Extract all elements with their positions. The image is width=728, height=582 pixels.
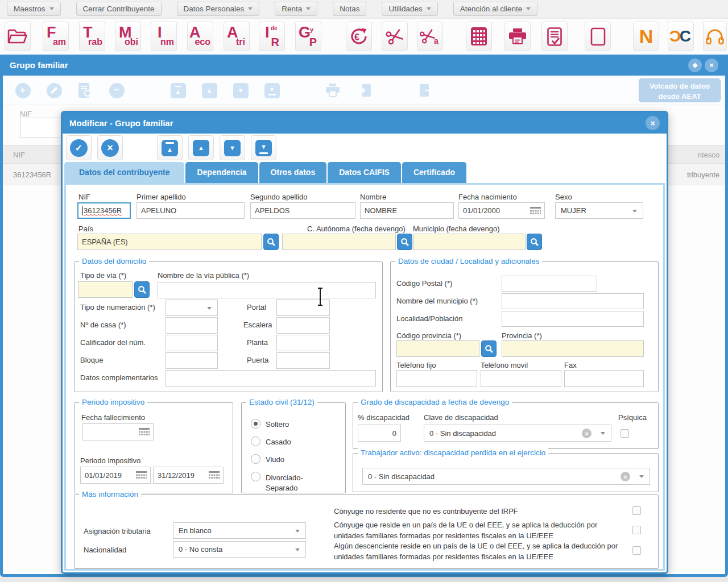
cortar-anexo-button[interactable]: a (417, 22, 443, 51)
planta-input[interactable] (276, 335, 330, 351)
clave-discapacidad-select[interactable]: 0 - Sin discapacidad × (424, 425, 611, 442)
primer-apellido-input[interactable]: APELUNO (136, 202, 245, 219)
radio-soltero[interactable] (251, 419, 260, 429)
familia-button[interactable]: Fam (43, 22, 69, 51)
last-record-button[interactable]: ▼ (259, 80, 285, 101)
nombre-via-input[interactable] (158, 282, 376, 298)
psiquica-checkbox[interactable] (621, 429, 629, 438)
clear-icon[interactable]: × (582, 429, 592, 438)
puerta-input[interactable] (276, 352, 330, 369)
provincia-input[interactable] (502, 340, 644, 357)
volcado-aeat-button[interactable]: Volcado de datos desde AEAT (639, 78, 721, 102)
radio-viudo[interactable] (251, 454, 260, 464)
telefono-fijo-input[interactable] (396, 370, 477, 387)
cancel-button[interactable]: × (97, 135, 123, 160)
view-record-button[interactable] (72, 80, 98, 101)
window-titlebar[interactable]: Grupo familiar ◆ × (3, 55, 725, 76)
codigo-postal-input[interactable] (502, 276, 597, 292)
comunidad-autonoma-search-button[interactable] (397, 234, 412, 250)
menu-datos-personales[interactable]: Datos Personales (177, 2, 260, 16)
menu-cerrar-contribuyente[interactable]: Cerrar Contribuyente (76, 2, 162, 16)
clear-icon[interactable]: × (621, 472, 630, 481)
first-record-button[interactable]: ▲ (165, 80, 191, 101)
act-economicas-button[interactable]: Aeco (187, 22, 213, 51)
close-icon[interactable]: × (646, 116, 660, 130)
print-list-button[interactable] (320, 80, 346, 101)
nacionalidad-select[interactable]: 0 - No consta (173, 541, 306, 558)
trabajo-button[interactable]: Trab (79, 22, 105, 51)
localidad-input[interactable] (502, 311, 644, 327)
previous-record-button[interactable]: ▲ (188, 135, 214, 160)
fax-input[interactable] (564, 370, 644, 387)
maximize-icon[interactable]: ◆ (688, 59, 702, 72)
imprimir-button[interactable] (504, 22, 531, 51)
delete-button[interactable]: − (104, 80, 130, 101)
nombre-municipio-input[interactable] (502, 293, 644, 309)
conyuge-no-residente-checkbox[interactable] (632, 506, 641, 515)
periodo-desde-input[interactable]: 01/01/2019 (80, 467, 151, 484)
datos-complementarios-input[interactable] (166, 370, 376, 386)
trabajador-discapacidad-select[interactable]: 0 - Sin discapacidad × (362, 468, 650, 485)
tab-datos-del-contribuyente[interactable]: Datos del contribuyente (64, 162, 184, 183)
codigo-provincia-input[interactable] (396, 340, 479, 357)
fecha-nacimiento-input[interactable]: 01/01/2000 (458, 202, 545, 219)
export-excel-button[interactable] (351, 80, 377, 101)
normativa-button[interactable]: N (633, 22, 659, 51)
conyuge-ue-checkbox[interactable] (632, 526, 641, 534)
comunidad-autonoma-input[interactable] (282, 234, 396, 250)
calendar-icon[interactable] (208, 471, 220, 480)
edit-button[interactable] (41, 80, 67, 101)
asignacion-tributaria-select[interactable]: En blanco (173, 522, 306, 539)
export-file-button[interactable] (413, 80, 440, 101)
menu-notas[interactable]: Notas (333, 2, 366, 16)
bloque-input[interactable] (166, 352, 218, 369)
menu-atencion-cliente[interactable]: Atención al cliente (453, 2, 538, 16)
numero-casa-input[interactable] (166, 317, 218, 334)
escalera-input[interactable] (276, 317, 330, 334)
first-record-button[interactable]: ▲ (157, 135, 183, 160)
open-folder-button[interactable] (5, 22, 31, 51)
inmuebles-button[interactable]: Inm (151, 22, 177, 51)
segundo-apellido-input[interactable]: APELDOS (250, 202, 355, 219)
soporte-button[interactable] (703, 22, 727, 51)
descendiente-ue-checkbox[interactable] (632, 546, 641, 555)
tipo-via-input[interactable] (78, 281, 133, 298)
pais-input[interactable]: ESPAÑA (ES) (77, 234, 262, 250)
telefono-movil-input[interactable] (481, 370, 561, 387)
tab-datos-caifis[interactable]: Datos CAIFIS (328, 162, 401, 183)
tab-dependencia[interactable]: Dependencia (185, 162, 258, 183)
menu-renta[interactable]: Renta (275, 2, 317, 16)
periodo-hasta-input[interactable]: 31/12/2019 (153, 467, 224, 484)
nombre-input[interactable]: NOMBRE (360, 202, 454, 219)
fecha-fallecimiento-input[interactable] (82, 423, 154, 440)
dialog-titlebar[interactable]: Modificar - Grupo familiar × (63, 113, 667, 134)
radio-casado[interactable] (251, 436, 260, 446)
municipio-input[interactable] (413, 234, 526, 250)
nif-input[interactable]: 36123456R (77, 202, 131, 219)
tab-certificado[interactable]: Certificado (402, 162, 466, 183)
documento-blanco-button[interactable] (585, 22, 611, 51)
calificador-input[interactable] (166, 335, 218, 351)
validar-documento-button[interactable] (541, 22, 568, 51)
atribuciones-button[interactable]: Atri (224, 22, 250, 51)
mobiliario-button[interactable]: Mobi (115, 22, 141, 51)
imputaciones-rentas-button[interactable]: IdeR (259, 22, 285, 51)
menu-utilidades[interactable]: Utilidades (382, 2, 437, 16)
next-record-button[interactable]: ▼ (220, 135, 245, 160)
radio-divorciado-separado[interactable] (251, 472, 260, 481)
calculadora-button[interactable] (466, 22, 492, 51)
calendar-icon[interactable] (530, 206, 541, 216)
tab-otros-datos[interactable]: Otros datos (259, 162, 327, 183)
add-button[interactable]: + (10, 80, 36, 101)
accept-button[interactable]: ✓ (66, 135, 92, 160)
close-icon[interactable]: × (705, 59, 718, 72)
calendar-icon[interactable] (138, 427, 150, 437)
sexo-select[interactable]: MUJER (555, 202, 643, 219)
municipio-search-button[interactable] (527, 234, 542, 250)
tipo-via-search-button[interactable] (134, 281, 150, 298)
pais-search-button[interactable] (263, 234, 279, 250)
ganancias-perdidas-button[interactable]: GyP (295, 22, 321, 51)
pct-discapacidad-input[interactable]: 0 (358, 425, 401, 442)
calendar-icon[interactable] (135, 471, 147, 480)
menu-maestros[interactable]: Maestros (7, 2, 61, 16)
